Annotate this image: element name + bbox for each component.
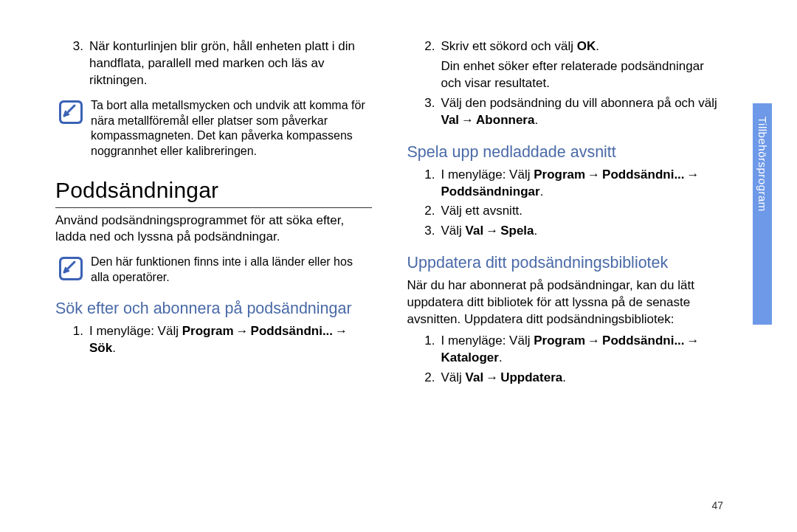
list-item: 2. Välj ett avsnitt. bbox=[407, 203, 724, 220]
text-fragment: Välj bbox=[441, 370, 466, 384]
arrow-icon: → bbox=[483, 223, 500, 240]
manual-page: Tillbehörsprogram 3. När konturlinjen bl… bbox=[0, 0, 797, 532]
list-subtext: Din enhet söker efter relaterade podsänd… bbox=[407, 58, 724, 92]
list-number: 3. bbox=[407, 95, 441, 112]
arrow-icon: → bbox=[585, 167, 602, 184]
intro-text: Använd podsändningsprogrammet för att sö… bbox=[55, 213, 372, 246]
subheading-search-subscribe: Sök efter och abonnera på podsändningar bbox=[55, 299, 372, 319]
bold-uppdatera: Uppdatera bbox=[500, 370, 562, 384]
bold-ok: OK bbox=[577, 39, 596, 53]
arrow-icon: → bbox=[234, 323, 251, 340]
bold-poddsandni: Poddsändni... bbox=[602, 167, 684, 182]
bold-poddsandningar: Poddsändningar bbox=[441, 184, 540, 198]
list-text: Skriv ett sökord och välj OK. bbox=[441, 38, 724, 55]
list-item: 1. I menyläge: Välj Program→Poddsändni..… bbox=[407, 333, 724, 367]
arrow-icon: → bbox=[459, 112, 476, 129]
bold-program: Program bbox=[534, 167, 585, 182]
list-text: Välj Val→Spela. bbox=[441, 223, 724, 240]
list-number: 2. bbox=[407, 370, 441, 387]
list-item: 2. Välj Val→Uppdatera. bbox=[407, 370, 724, 387]
heading-poddsandningar: Poddsändningar bbox=[55, 176, 372, 208]
play-steps: 1. I menyläge: Välj Program→Poddsändni..… bbox=[407, 167, 724, 241]
bold-program: Program bbox=[534, 334, 585, 348]
arrow-icon: → bbox=[685, 333, 702, 350]
list-item: 1. I menyläge: Välj Program→Poddsändni..… bbox=[407, 167, 724, 201]
left-column: 3. När konturlinjen blir grön, håll enhe… bbox=[55, 38, 372, 390]
note-text: Ta bort alla metallsmycken och undvik at… bbox=[91, 98, 372, 159]
list-item: 3. Välj den podsändning du vill abonnera… bbox=[407, 95, 724, 129]
bold-val: Val bbox=[466, 370, 484, 384]
update-steps: 1. I menyläge: Välj Program→Poddsändni..… bbox=[407, 333, 724, 387]
list-item: 3. Välj Val→Spela. bbox=[407, 223, 724, 240]
note-box: Ta bort alla metallsmycken och undvik at… bbox=[55, 98, 372, 159]
list-item: 1. I menyläge: Välj Program→Poddsändni..… bbox=[55, 323, 372, 357]
list-number: 1. bbox=[407, 167, 441, 184]
search-step3: 3. Välj den podsändning du vill abonnera… bbox=[407, 95, 724, 129]
text-fragment: . bbox=[534, 113, 538, 127]
text-fragment: I menyläge: Välj bbox=[89, 324, 182, 338]
list-text: I menyläge: Välj Program→Poddsändni...→P… bbox=[441, 167, 724, 201]
bold-sok: Sök bbox=[89, 341, 112, 355]
svg-rect-3 bbox=[61, 259, 80, 278]
subheading-update-library: Uppdatera ditt podsändningsbibliotek bbox=[407, 253, 724, 273]
text-fragment: Välj den podsändning du vill abonnera på… bbox=[441, 96, 717, 110]
bold-abonnera: Abonnera bbox=[476, 113, 534, 127]
list-text: I menyläge: Välj Program→Poddsändni...→S… bbox=[89, 323, 372, 357]
subheading-play-downloaded: Spela upp nedladdade avsnitt bbox=[407, 142, 724, 162]
list-text: Välj den podsändning du vill abonnera på… bbox=[441, 95, 724, 129]
list-item: 3. När konturlinjen blir grön, håll enhe… bbox=[55, 38, 372, 89]
svg-rect-1 bbox=[61, 103, 80, 122]
search-steps: 1. I menyläge: Välj Program→Poddsändni..… bbox=[55, 323, 372, 357]
arrow-icon: → bbox=[483, 370, 500, 387]
text-fragment: . bbox=[112, 341, 116, 355]
text-fragment: . bbox=[540, 184, 544, 198]
list-number: 1. bbox=[55, 323, 89, 340]
bold-program: Program bbox=[182, 324, 234, 338]
bold-spela: Spela bbox=[500, 224, 534, 238]
bold-kataloger: Kataloger bbox=[441, 350, 499, 365]
list-text: När konturlinjen blir grön, håll enheten… bbox=[89, 38, 372, 89]
list-number: 1. bbox=[407, 333, 441, 350]
bold-val: Val bbox=[441, 113, 460, 127]
text-fragment: I menyläge: Välj bbox=[441, 167, 534, 182]
list-item: 2. Skriv ett sökord och välj OK. bbox=[407, 38, 724, 55]
compass-steps-continued: 3. När konturlinjen blir grön, håll enhe… bbox=[55, 38, 372, 89]
arrow-icon: → bbox=[585, 333, 602, 350]
bold-val: Val bbox=[466, 224, 484, 238]
list-number: 3. bbox=[55, 38, 89, 55]
note-icon bbox=[58, 256, 83, 281]
list-number: 2. bbox=[407, 203, 441, 220]
text-fragment: . bbox=[534, 224, 538, 238]
text-fragment: . bbox=[596, 39, 599, 53]
list-number: 2. bbox=[407, 38, 441, 55]
list-text: Välj ett avsnitt. bbox=[441, 203, 724, 220]
text-fragment: I menyläge: Välj bbox=[441, 334, 534, 348]
text-fragment: . bbox=[562, 370, 566, 384]
right-column: 2. Skriv ett sökord och välj OK. Din enh… bbox=[407, 38, 724, 390]
search-steps-continued: 2. Skriv ett sökord och välj OK. bbox=[407, 38, 724, 55]
text-fragment: . bbox=[499, 350, 503, 365]
bold-poddsandni: Poddsändni... bbox=[251, 324, 333, 338]
note-text: Den här funktionen finns inte i alla län… bbox=[91, 255, 372, 286]
list-number: 3. bbox=[407, 223, 441, 240]
list-text: Välj Val→Uppdatera. bbox=[441, 370, 724, 387]
text-fragment: Skriv ett sökord och välj bbox=[441, 39, 577, 53]
page-number: 47 bbox=[711, 499, 723, 513]
text-fragment: Välj bbox=[441, 224, 466, 238]
arrow-icon: → bbox=[685, 167, 702, 184]
two-column-layout: 3. När konturlinjen blir grön, håll enhe… bbox=[55, 38, 723, 390]
note-icon bbox=[58, 100, 83, 125]
intro-text: När du har abonnerat på podsändningar, k… bbox=[407, 277, 724, 328]
list-text: I menyläge: Välj Program→Poddsändni...→K… bbox=[441, 333, 724, 367]
note-box: Den här funktionen finns inte i alla län… bbox=[55, 255, 372, 286]
arrow-icon: → bbox=[333, 323, 350, 340]
side-tab-label: Tillbehörsprogram bbox=[753, 112, 772, 319]
bold-poddsandni: Poddsändni... bbox=[602, 334, 684, 348]
